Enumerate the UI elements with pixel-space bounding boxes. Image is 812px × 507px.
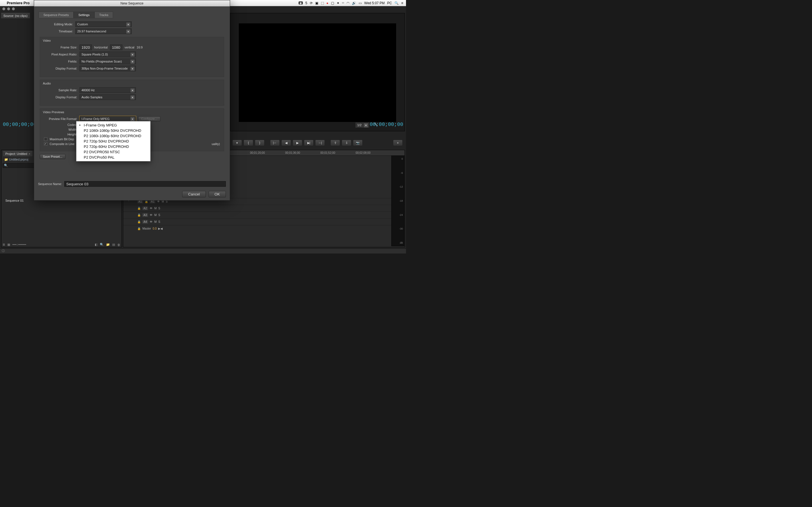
- par-dropdown[interactable]: Square Pixels (1.0)▼: [80, 52, 136, 57]
- dialog-title: New Sequence: [34, 0, 230, 6]
- option-iframe-mpeg[interactable]: I-Frame Only MPEG: [77, 122, 150, 128]
- extract-button[interactable]: ⇩: [342, 140, 351, 146]
- display-format-dropdown[interactable]: 30fps Non-Drop-Frame Timecode▼: [80, 66, 136, 71]
- dialog-tabs: Sequence Presets Settings Tracks: [39, 11, 230, 18]
- chevron-down-icon: ▼: [126, 22, 130, 26]
- chevron-down-icon: ▼: [131, 67, 135, 71]
- status-bar: ⓘ: [0, 248, 406, 253]
- wifi-icon[interactable]: ⌔: [342, 1, 344, 5]
- zoom-slider[interactable]: ━━○━━━━: [12, 243, 26, 246]
- source-tab-label: Source: (no clips): [3, 14, 28, 17]
- tab-sequence-presets[interactable]: Sequence Presets: [39, 11, 73, 18]
- export-frame-button[interactable]: 📷: [353, 140, 363, 146]
- star-icon[interactable]: ✦: [337, 1, 340, 5]
- volume-icon[interactable]: 🔊: [352, 1, 356, 5]
- notifications-icon[interactable]: ≡: [401, 1, 403, 5]
- composite-linear-checkbox[interactable]: [44, 142, 47, 146]
- sequence-name-input[interactable]: [64, 181, 226, 187]
- clock[interactable]: Wed 5:07 PM: [364, 1, 385, 5]
- creative-cloud-icon[interactable]: ◉: [299, 1, 303, 4]
- minimize-icon[interactable]: [7, 7, 10, 10]
- close-icon[interactable]: ×: [28, 152, 31, 156]
- sample-rate-dropdown[interactable]: 48000 Hz▼: [80, 87, 136, 93]
- max-bit-depth-checkbox[interactable]: [44, 137, 47, 141]
- fields-dropdown[interactable]: No Fields (Progressive Scan)▼: [80, 59, 136, 64]
- configure-button[interactable]: Configure...: [138, 116, 160, 121]
- preview-file-format-dropdown[interactable]: I-Frame Only MPEG▼: [80, 116, 136, 122]
- track-a2[interactable]: 🔒A2👁MS: [123, 205, 405, 212]
- window-traffic-lights[interactable]: [2, 7, 15, 10]
- new-bin-icon[interactable]: 📁: [106, 243, 110, 246]
- new-item-icon[interactable]: ▤: [112, 243, 115, 246]
- tab-settings[interactable]: Settings: [73, 11, 94, 18]
- option-p2-720-60[interactable]: P2 720p 60Hz DVCPROHD: [77, 144, 150, 149]
- chevron-down-icon: ▼: [131, 117, 135, 121]
- auto-icon[interactable]: ◧: [95, 243, 98, 246]
- track-a4[interactable]: 🔒A4👁MS: [123, 218, 405, 225]
- editing-mode-label: Editing Mode:: [40, 22, 73, 26]
- icon-view-icon[interactable]: ▦: [7, 243, 10, 246]
- airplay-icon[interactable]: ▢: [331, 1, 334, 5]
- list-view-icon[interactable]: ≣: [3, 243, 5, 246]
- chevron-down-icon: ▼: [364, 123, 368, 127]
- user[interactable]: PC: [387, 1, 392, 5]
- project-tab[interactable]: Project: Untitled ×: [3, 151, 33, 156]
- track-master[interactable]: 🔒Master0.0▶◀: [123, 225, 405, 232]
- timebase-dropdown[interactable]: 29.97 frames/second▼: [75, 29, 132, 34]
- source-tab[interactable]: Source: (no clips): [1, 13, 30, 18]
- cancel-button[interactable]: Cancel: [182, 191, 206, 198]
- ok-button[interactable]: OK: [209, 191, 226, 198]
- frame-width-input[interactable]: [80, 45, 92, 50]
- save-preset-button[interactable]: Save Preset...: [40, 154, 65, 159]
- battery-icon[interactable]: ▭: [359, 1, 362, 5]
- track-a3[interactable]: 🔒A3👁MS: [123, 212, 405, 218]
- lift-button[interactable]: ⇪: [331, 140, 340, 146]
- close-icon[interactable]: [2, 7, 5, 10]
- source-timecode[interactable]: 00;00;00;00: [3, 122, 36, 127]
- add-marker-button[interactable]: ▾: [232, 140, 242, 146]
- add-button[interactable]: +: [393, 140, 403, 146]
- search-icon: 🔍: [4, 164, 8, 167]
- step-back-button[interactable]: ◀: [282, 140, 291, 146]
- wrench-icon[interactable]: 🔧: [374, 122, 378, 126]
- menubar-status: ◉ 5 ⟳ ▣ ⬚ ● ▢ ✦ ⌔ ◠ 🔊 ▭ Wed 5:07 PM PC 🔍…: [299, 1, 403, 5]
- program-transport: ▾ { } |← ◀ ▶ ▶| →| ⇪ ⇩ 📷 +: [230, 138, 405, 147]
- info-icon[interactable]: ⓘ: [0, 248, 6, 253]
- tab-tracks[interactable]: Tracks: [94, 11, 113, 18]
- preview-format-options: I-Frame Only MPEG P2 1080i-1080p 50Hz DV…: [76, 121, 151, 161]
- spotlight-icon[interactable]: 🔍: [395, 1, 399, 5]
- frame-height-input[interactable]: [110, 45, 122, 50]
- mark-in-button[interactable]: {: [244, 140, 253, 146]
- audio-section: Audio Sample Rate: 48000 Hz▼ Display For…: [40, 80, 224, 106]
- trash-icon[interactable]: 🗑: [117, 243, 120, 246]
- program-monitor: [230, 13, 405, 131]
- chevron-down-icon: ▼: [131, 96, 135, 100]
- sync-icon[interactable]: ⟳: [310, 1, 313, 5]
- dropbox-icon[interactable]: ⬚: [321, 1, 324, 5]
- option-p2-720-50[interactable]: P2 720p 50Hz DVCPROHD: [77, 138, 150, 144]
- record-icon[interactable]: ●: [326, 1, 328, 5]
- option-p2-1080-50[interactable]: P2 1080i-1080p 50Hz DVCPROHD: [77, 128, 150, 133]
- option-p2-dvcpro50-pal[interactable]: P2 DVCPro50 PAL: [77, 155, 150, 160]
- go-in-button[interactable]: |←: [270, 140, 280, 146]
- go-out-button[interactable]: →|: [315, 140, 325, 146]
- option-p2-1080-60[interactable]: P2 1080i-1080p 60Hz DVCPROHD: [77, 133, 150, 138]
- app-name[interactable]: Premiere Pro: [7, 1, 30, 5]
- chevron-down-icon: ▼: [131, 60, 135, 64]
- audio-meter: 0 -6 -12 -18 -24 -30 dB: [391, 156, 404, 246]
- audio-display-format-dropdown[interactable]: Audio Samples▼: [80, 94, 136, 100]
- editing-mode-dropdown[interactable]: Custom▼: [75, 21, 132, 27]
- play-button[interactable]: ▶: [293, 140, 302, 146]
- new-sequence-dialog: New Sequence Sequence Presets Settings T…: [34, 0, 230, 201]
- zoom-dropdown[interactable]: 1/2▼: [355, 122, 369, 128]
- evernote-icon[interactable]: ▣: [315, 1, 318, 5]
- wifi2-icon[interactable]: ◠: [347, 1, 349, 5]
- maximize-icon[interactable]: [12, 7, 15, 10]
- find-icon[interactable]: 🔍: [100, 243, 104, 246]
- chevron-down-icon: ▼: [131, 53, 135, 57]
- mark-out-button[interactable]: }: [255, 140, 264, 146]
- option-p2-dvcpro50-ntsc[interactable]: P2 DVCPRO50 NTSC: [77, 149, 150, 155]
- program-video-area[interactable]: [239, 23, 396, 122]
- step-fwd-button[interactable]: ▶|: [304, 140, 313, 146]
- zoom-label: 1/2: [357, 123, 361, 127]
